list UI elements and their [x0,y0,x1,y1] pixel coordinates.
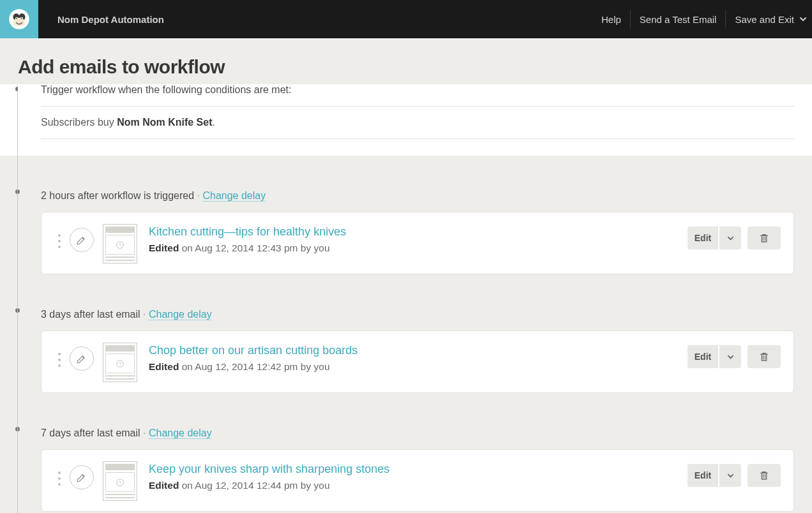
delay-text: 3 days after last email [41,309,140,320]
help-link[interactable]: Help [592,10,630,28]
card-actions: Edit [688,460,781,487]
mailchimp-logo[interactable] [0,0,38,38]
save-and-exit-label: Save and Exit [735,14,794,25]
delay-text: 7 days after last email [41,428,140,438]
save-and-exit-button[interactable]: Save and Exit [725,10,812,28]
card-actions: Edit [688,223,781,249]
trash-icon [758,232,770,244]
draft-icon [70,346,94,371]
send-test-email-link[interactable]: Send a Test Email [630,10,726,28]
chevron-down-icon [727,353,734,361]
drag-handle[interactable] [54,341,64,367]
trigger-suffix: . [213,117,215,128]
edit-dropdown-button[interactable] [719,464,741,487]
topbar: Nom Depot Automation Help Send a Test Em… [0,0,812,38]
delete-button[interactable] [748,345,781,368]
workflow-step: 3 days after last email · Change delay C… [18,274,794,393]
email-card: Keep your knives sharp with sharpening s… [41,449,794,512]
delay-row: 3 days after last email · Change delay [18,274,794,331]
monkey-icon [8,8,31,31]
edit-button[interactable]: Edit [688,345,718,368]
email-title-link[interactable]: Kitchen cutting—tips for healthy knives [149,225,346,239]
change-delay-link[interactable]: Change delay [202,190,266,202]
change-delay-link[interactable]: Change delay [149,428,212,439]
delete-button[interactable] [748,227,781,249]
delete-button[interactable] [748,464,781,487]
chevron-down-icon [727,472,734,479]
delay-row: 7 days after last email · Change delay [18,393,794,449]
edit-button[interactable]: Edit [688,227,718,249]
trigger-product: Nom Nom Knife Set [117,117,212,128]
edit-button[interactable]: Edit [688,464,718,487]
drag-handle[interactable] [54,223,64,248]
svg-point-6 [16,18,17,19]
trigger-prefix: Subscribers buy [41,117,117,128]
email-meta: Edited on Aug 12, 2014 12:43 pm by you [149,242,688,254]
email-meta: Edited on Aug 12, 2014 12:42 pm by you [149,361,688,373]
edit-dropdown-button[interactable] [719,345,741,368]
pencil-icon [76,234,87,246]
trigger-conditions-label: Trigger workflow when the following cond… [18,84,794,106]
chevron-down-icon [727,235,734,242]
email-card: Chop better on our artisan cutting board… [41,331,794,393]
email-title-link[interactable]: Keep your knives sharp with sharpening s… [149,463,389,476]
trigger-condition-text: Subscribers buy Nom Nom Knife Set. [41,106,794,139]
edit-dropdown-button[interactable] [719,227,741,249]
chevron-down-icon [799,15,807,23]
trash-icon [758,470,770,481]
campaign-name: Nom Depot Automation [57,14,164,25]
draft-icon [70,228,94,252]
drag-handle[interactable] [54,460,64,486]
pencil-icon [76,472,87,483]
page-title: Add emails to workflow [18,56,794,78]
draft-icon [70,465,94,489]
email-meta: Edited on Aug 12, 2014 12:44 pm by you [149,480,688,491]
svg-point-7 [21,18,22,19]
card-actions: Edit [688,341,781,368]
email-thumbnail [103,461,137,501]
clock-icon [116,478,124,487]
svg-point-3 [13,18,25,27]
change-delay-link[interactable]: Change delay [149,309,212,320]
trash-icon [758,351,770,362]
clock-icon [116,359,124,368]
clock-icon [116,241,124,249]
email-card: Kitchen cutting—tips for healthy knives … [41,212,794,274]
pencil-icon [76,353,87,364]
workflow-step: 7 days after last email · Change delay K… [18,393,794,512]
delay-row: 2 hours after workflow is triggered · Ch… [18,156,794,212]
delay-text: 2 hours after workflow is triggered [41,190,194,201]
workflow-step: 2 hours after workflow is triggered · Ch… [18,156,794,274]
email-thumbnail [103,224,137,264]
email-thumbnail [103,343,137,382]
email-title-link[interactable]: Chop better on our artisan cutting board… [149,344,357,357]
